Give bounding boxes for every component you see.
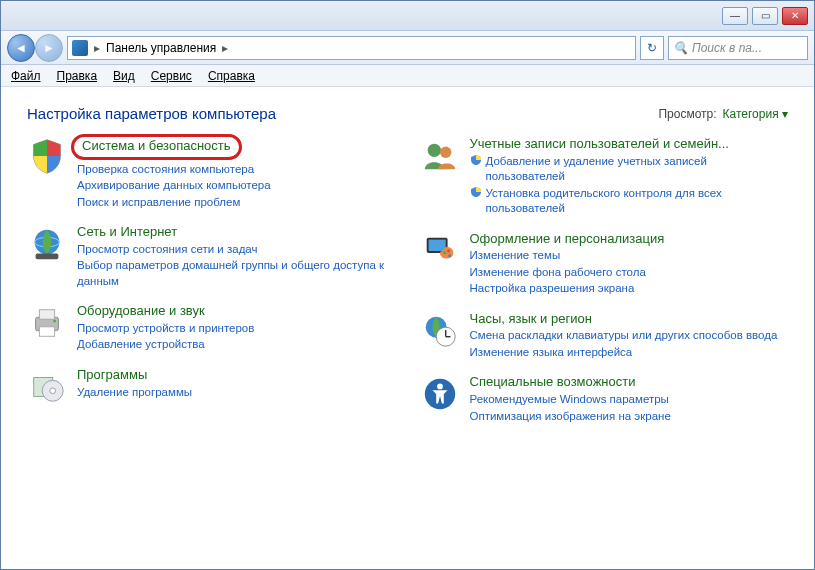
category-users: Учетные записи пользователей и семейн...… [420,136,789,217]
category-appearance: Оформление и персонализация Изменение те… [420,231,789,297]
svg-point-14 [443,251,446,254]
right-column: Учетные записи пользователей и семейн...… [420,136,789,424]
sublink[interactable]: Выбор параметров домашней группы и общег… [77,258,396,289]
menu-help[interactable]: Справка [208,69,255,83]
sublink[interactable]: Изменение языка интерфейса [470,345,789,361]
category-clock: Часы, язык и регион Смена раскладки клав… [420,311,789,361]
sublink[interactable]: Настройка разрешения экрана [470,281,789,297]
category-link-hardware[interactable]: Оборудование и звук [77,303,396,319]
category-link-network[interactable]: Сеть и Интернет [77,224,396,240]
sublink[interactable]: Удаление программы [77,385,396,401]
sublink[interactable]: Установка родительского контроля для все… [470,186,789,217]
maximize-button[interactable]: ▭ [752,7,778,25]
uac-shield-icon [470,186,482,198]
svg-rect-13 [428,239,445,250]
category-link-programs[interactable]: Программы [77,367,396,383]
category-columns: Система и безопасность Проверка состояни… [27,136,788,424]
sublink[interactable]: Добавление и удаление учетных записей по… [470,154,789,185]
svg-point-9 [50,388,56,394]
back-button[interactable]: ◄ [7,34,35,62]
search-box[interactable]: 🔍 Поиск в па... [668,36,808,60]
sublink[interactable]: Просмотр состояния сети и задач [77,242,396,258]
sublink[interactable]: Рекомендуемые Windows параметры [470,392,789,408]
menu-view[interactable]: Вид [113,69,135,83]
sublink[interactable]: Проверка состояния компьютера [77,162,396,178]
menu-tools[interactable]: Сервис [151,69,192,83]
printer-icon [27,303,67,343]
sublink[interactable]: Поиск и исправление проблем [77,195,396,211]
category-programs: Программы Удаление программы [27,367,396,407]
svg-point-10 [427,144,440,157]
svg-point-22 [437,384,443,390]
sublink[interactable]: Оптимизация изображения на экране [470,409,789,425]
menu-file[interactable]: Файл [11,69,41,83]
menu-edit[interactable]: Правка [57,69,98,83]
category-ease-of-access: Специальные возможности Рекомендуемые Wi… [420,374,789,424]
category-link-system[interactable]: Система и безопасность [82,138,231,154]
view-control: Просмотр: Категория ▾ [658,107,788,121]
svg-rect-5 [39,327,54,337]
nav-buttons: ◄ ► [7,34,63,62]
forward-button[interactable]: ► [35,34,63,62]
sublink[interactable]: Изменение темы [470,248,789,264]
sublink[interactable]: Изменение фона рабочего стола [470,265,789,281]
close-button[interactable]: ✕ [782,7,808,25]
view-dropdown[interactable]: Категория ▾ [723,107,788,121]
globe-icon [27,224,67,264]
refresh-button[interactable]: ↻ [640,36,664,60]
category-network: Сеть и Интернет Просмотр состояния сети … [27,224,396,289]
window: — ▭ ✕ ◄ ► ▸ Панель управления ▸ ↻ 🔍 Поис… [0,0,815,570]
view-label: Просмотр: [658,107,716,121]
ease-of-access-icon [420,374,460,414]
chevron-down-icon: ▾ [782,107,788,121]
sublink[interactable]: Добавление устройства [77,337,396,353]
clock-globe-icon [420,311,460,351]
category-link-users[interactable]: Учетные записи пользователей и семейн... [470,136,789,152]
monitor-palette-icon [420,231,460,271]
svg-point-11 [440,147,451,158]
users-icon [420,136,460,176]
svg-point-15 [447,249,450,252]
highlight-annotation: Система и безопасность [71,134,242,160]
svg-point-6 [53,320,56,323]
page-title: Настройка параметров компьютера [27,105,276,122]
category-link-appearance[interactable]: Оформление и персонализация [470,231,789,247]
menubar: Файл Правка Вид Сервис Справка [1,65,814,87]
uac-shield-icon [470,154,482,166]
svg-point-16 [448,254,451,257]
breadcrumb-location[interactable]: Панель управления [106,41,216,55]
sublink[interactable]: Смена раскладки клавиатуры или других сп… [470,328,789,344]
sublink[interactable]: Архивирование данных компьютера [77,178,396,194]
sublink[interactable]: Просмотр устройств и принтеров [77,321,396,337]
left-column: Система и безопасность Проверка состояни… [27,136,396,424]
search-icon: 🔍 [673,41,688,55]
content: Настройка параметров компьютера Просмотр… [1,87,814,569]
disc-icon [27,367,67,407]
navbar: ◄ ► ▸ Панель управления ▸ ↻ 🔍 Поиск в па… [1,31,814,65]
category-system-security: Система и безопасность Проверка состояни… [27,136,396,210]
control-panel-icon [72,40,88,56]
category-link-clock[interactable]: Часы, язык и регион [470,311,789,327]
address-bar[interactable]: ▸ Панель управления ▸ [67,36,636,60]
category-hardware: Оборудование и звук Просмотр устройств и… [27,303,396,353]
breadcrumb-sep: ▸ [222,41,228,55]
titlebar: — ▭ ✕ [1,1,814,31]
svg-rect-2 [36,254,59,260]
minimize-button[interactable]: — [722,7,748,25]
shield-icon [27,136,67,176]
header-row: Настройка параметров компьютера Просмотр… [27,105,788,122]
svg-rect-4 [39,310,54,320]
category-link-ease[interactable]: Специальные возможности [470,374,789,390]
search-placeholder: Поиск в па... [692,41,762,55]
breadcrumb-sep: ▸ [94,41,100,55]
